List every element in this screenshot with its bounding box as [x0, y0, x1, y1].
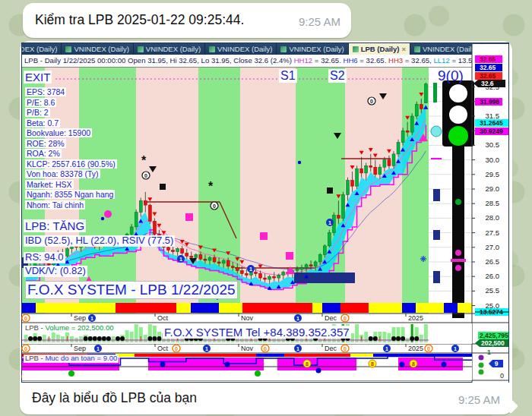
- blue-dot-marker: [101, 217, 104, 220]
- volume-pane-label: LPB - Volume = 202,500.00: [24, 324, 115, 332]
- candle-down: [259, 273, 262, 278]
- chart-header-ohlc: LPB - Daily 1/22/2025 00:00:00 Open 31.9…: [22, 55, 508, 68]
- chart-tab-bar: NDEX (Daily)VNINDEX (Daily)VNINDEX (Dail…: [22, 43, 508, 55]
- signal-strip-segment: [116, 303, 176, 313]
- signal-strip-segment: [444, 303, 458, 313]
- candle-up: [365, 165, 368, 173]
- month-label: 2025: [408, 314, 423, 322]
- signal-strip-segment: [369, 303, 402, 313]
- tab-vnindex[interactable]: NDEX (Daily): [22, 43, 62, 55]
- chart-text: 2,425,795: [480, 332, 508, 339]
- chart-text: 0: [213, 203, 216, 209]
- tab-vnindex[interactable]: VNINDEX (Daily): [277, 43, 348, 55]
- chart-text: 8: [412, 361, 415, 367]
- candle-down: [148, 205, 151, 221]
- candle-up: [341, 195, 344, 219]
- signal-strip-segment: [219, 303, 242, 313]
- stat-item: P/E: 8.6: [25, 98, 56, 107]
- price-tick-label: 26.0: [486, 272, 500, 280]
- chart-text: 0: [344, 316, 347, 321]
- signal-strip-segment: [340, 303, 369, 313]
- safety-axis-zero: 0: [500, 372, 504, 380]
- s2-label: S2: [328, 69, 347, 83]
- tab-vnindex[interactable]: VNINDEX (Daily): [62, 43, 133, 55]
- volume-bar: [130, 332, 134, 342]
- candle-up: [65, 249, 68, 257]
- chart-text: 0: [144, 173, 147, 178]
- volume-bar: [70, 336, 74, 342]
- tab-vnindex[interactable]: VNINDEX (Daily): [410, 43, 482, 55]
- stat-item: Nganh: 8355 Ngan hang: [25, 190, 115, 199]
- margin-navy-mark: [433, 230, 440, 240]
- safety-green-dot: [68, 370, 74, 377]
- header-segment: LL12: [433, 56, 449, 65]
- candle-down: [309, 265, 312, 266]
- volume-black-dot: [28, 336, 33, 341]
- safety-green-dot: [479, 370, 484, 375]
- chart-text: 202,500: [481, 339, 505, 347]
- volume-black-dot: [106, 336, 111, 341]
- tab-chart-icon: [65, 46, 71, 52]
- signal-strip-segment: [402, 303, 416, 313]
- candle-up: [397, 143, 400, 154]
- black-square-marker: [160, 184, 166, 190]
- candle-down: [236, 268, 239, 271]
- candle-down: [144, 200, 147, 205]
- volume-bar: [61, 336, 65, 342]
- candle-up: [296, 269, 299, 271]
- stat-item: EPS: 3784: [25, 87, 66, 96]
- chart-text: 1: [249, 266, 252, 272]
- candle-down: [264, 278, 267, 279]
- tab-label: LPB (Daily): [361, 45, 400, 53]
- chart-text: 1: [90, 316, 93, 321]
- tab-lpb-active[interactable]: LPB (Daily)×: [349, 43, 410, 55]
- margin-navy-mark: [433, 271, 440, 283]
- candle-down: [273, 276, 276, 278]
- safety-gap: [264, 358, 277, 370]
- chart-text: 0: [264, 346, 267, 351]
- stock-chart-image[interactable]: NDEX (Daily)VNINDEX (Daily)VNINDEX (Dail…: [21, 43, 509, 383]
- chart-text: 8: [306, 361, 309, 367]
- month-label: Sep: [74, 345, 86, 352]
- volume-bar: [52, 332, 55, 342]
- price-tick-label: 28.0: [486, 213, 500, 222]
- message-incoming-text: Kiểm tra LPB 2025-01-22 09:25:44. 9:25 A…: [23, 3, 351, 38]
- candle-down: [231, 266, 234, 268]
- candle-down: [369, 165, 372, 167]
- volume-bar: [56, 335, 60, 342]
- header-segment: = 32.65.: [312, 56, 343, 65]
- header-segment: = 32.65,: [403, 56, 433, 65]
- volume-bar: [424, 324, 428, 342]
- tab-vnindex[interactable]: VNINDEX (Daily): [205, 43, 277, 55]
- tab-label: VNINDEX (Daily): [146, 45, 201, 53]
- volume-bar: [350, 333, 354, 342]
- safety-blue-dot: [225, 362, 230, 367]
- volume-black-dot: [414, 336, 419, 341]
- candle-down: [245, 273, 248, 275]
- traffic-light-green: [448, 126, 468, 146]
- magenta-dot-marker: [104, 210, 112, 218]
- candle-down: [213, 257, 216, 262]
- chart-text: 1: [179, 257, 182, 262]
- chart-text: 8: [371, 361, 374, 367]
- candle-down: [181, 249, 184, 254]
- candle-down: [374, 167, 377, 175]
- stat-item: Nhom: Tai chinh: [25, 200, 85, 210]
- message-timestamp: 9:25 AM: [299, 15, 340, 28]
- price-badge-text: 31.2645: [480, 119, 503, 127]
- fox-phone-label: F.O.X SYSTEM Tel +84.389.352.357: [163, 326, 351, 339]
- candle-down: [190, 256, 193, 257]
- price-tick-label: 30.5: [486, 140, 500, 149]
- safety-pane-label: LPB - Muc do an toan = 9.00: [24, 355, 119, 363]
- rs-label: RS: 94.0: [24, 252, 65, 263]
- chart-panes: **000111SepOctNovDec2025SepOctNovDec2025…: [22, 68, 508, 383]
- candle-up: [415, 105, 418, 116]
- traffic-light-off: [449, 106, 467, 124]
- chart-caption: Đây là biểu đồ LPB của bạn 9:25 AM: [20, 384, 512, 413]
- tab-close-icon[interactable]: ×: [401, 45, 406, 53]
- safety-gap: [356, 358, 398, 370]
- header-segment: HH6: [343, 56, 357, 65]
- safety-green-dot: [255, 370, 261, 377]
- tab-vnindex[interactable]: VNINDEX (Daily): [134, 43, 205, 55]
- header-segment: HH3: [388, 56, 403, 65]
